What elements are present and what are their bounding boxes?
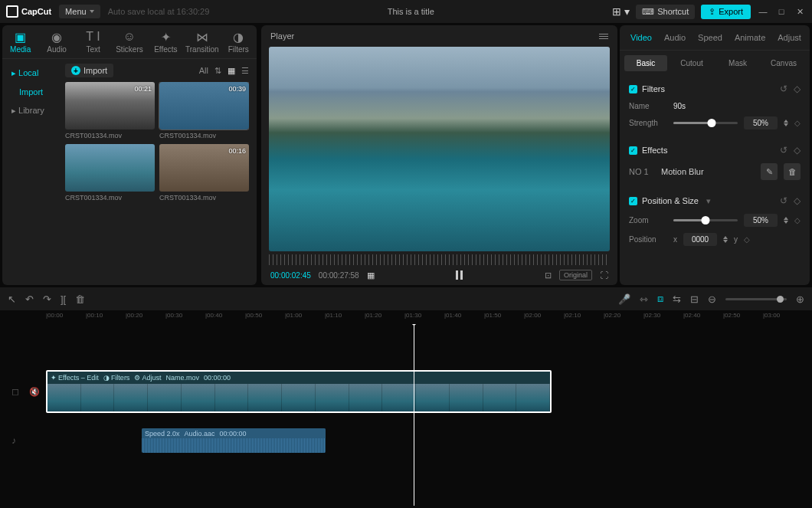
media-clip[interactable]: 00:39CRST001334.mov <box>159 82 249 139</box>
original-toggle[interactable]: Original <box>559 270 592 280</box>
media-clip[interactable]: CRST001334.mov <box>65 144 155 202</box>
keyframe-icon[interactable]: ◇ <box>794 84 801 94</box>
clip-effects-badge[interactable]: ✦ Effects – Edit <box>51 374 99 382</box>
inspector-sub-cutout[interactable]: Cutout <box>670 55 713 71</box>
maximize-button[interactable]: □ <box>775 5 787 18</box>
inspector-tab-video[interactable]: Video <box>624 25 658 50</box>
filter-name-label: Name <box>629 102 667 110</box>
redo-icon[interactable]: ↷ <box>43 293 51 305</box>
clip-filters-badge[interactable]: ◑ Filters <box>103 374 130 382</box>
delete-icon[interactable]: 🗑 <box>75 293 85 305</box>
fullscreen-icon[interactable]: ⛶ <box>600 270 608 280</box>
timeline-ruler[interactable]: |00:00|00:10|00:20|00:30|00:40|00:50|01:… <box>0 310 812 324</box>
reset-icon[interactable]: ↺ <box>780 195 787 206</box>
crop-icon[interactable]: ⊡ <box>545 270 552 280</box>
tool-tab-transition[interactable]: ⋈Transition <box>184 30 220 54</box>
zoom-label: Zoom <box>629 216 667 225</box>
track-mute-icon[interactable]: 🔇 <box>29 387 40 397</box>
video-clip[interactable]: ✦ Effects – Edit ◑ Filters ⚙ Adjust Name… <box>46 370 552 413</box>
player-menu-icon[interactable] <box>599 34 608 39</box>
filters-icon: ◑ <box>233 30 244 44</box>
sort-icon[interactable]: ⇅ <box>214 66 221 76</box>
media-clip[interactable]: 00:21CRST001334.mov <box>65 82 155 139</box>
inspector-sub-mask[interactable]: Mask <box>716 55 759 71</box>
magnet-icon[interactable]: ⧈ <box>657 293 663 305</box>
audio-duration: 00:00:00 <box>220 430 247 438</box>
current-timecode: 00:00:02:45 <box>270 271 311 280</box>
layout-icon[interactable]: ⊞ ▾ <box>612 5 630 18</box>
list-view-icon[interactable]: ☰ <box>241 66 249 76</box>
export-label: Export <box>719 7 743 16</box>
player-ruler[interactable] <box>269 254 610 265</box>
clip-adjust-badge[interactable]: ⚙ Adjust <box>134 374 161 382</box>
keyframe-icon[interactable]: ◇ <box>794 216 801 225</box>
import-button[interactable]: + Import <box>65 64 113 77</box>
tool-tab-stickers[interactable]: ☺Stickers <box>111 30 147 54</box>
delete-effect-button[interactable]: 🗑 <box>784 163 801 180</box>
strength-slider[interactable] <box>673 122 738 124</box>
tool-tab-media[interactable]: ▣Media <box>2 30 38 54</box>
select-tool-icon[interactable]: ↖ <box>8 293 16 305</box>
zoom-slider[interactable] <box>673 219 738 221</box>
zoom-stepper[interactable] <box>784 217 788 224</box>
strength-stepper[interactable] <box>784 120 788 126</box>
zoom-out-icon[interactable]: ⊖ <box>708 293 716 305</box>
track-icon[interactable]: ⊟ <box>690 293 699 305</box>
close-button[interactable]: ✕ <box>794 5 806 18</box>
playhead[interactable] <box>414 324 414 506</box>
timeline-zoom-slider[interactable] <box>725 298 787 300</box>
pause-button[interactable] <box>456 270 463 280</box>
keyframe-icon[interactable]: ◇ <box>794 195 801 206</box>
zoom-value[interactable]: 50% <box>744 214 778 227</box>
inspector-sub-basic[interactable]: Basic <box>624 55 667 71</box>
edit-effect-button[interactable]: ✎ <box>761 163 778 180</box>
undo-icon[interactable]: ↶ <box>25 293 34 305</box>
inspector-sub-canvas[interactable]: Canvas <box>762 55 805 71</box>
mic-icon[interactable]: 🎤 <box>618 293 630 305</box>
inspector-tab-animate[interactable]: Animate <box>729 25 771 50</box>
sidebar-library[interactable]: ▸ Library <box>2 101 65 120</box>
sidebar-import[interactable]: Import <box>2 83 65 101</box>
export-button[interactable]: ⇪ Export <box>701 5 751 19</box>
timeline-tracks[interactable]: ◻ 🔇 ✦ Effects – Edit ◑ Filters ⚙ Adjust … <box>0 324 812 506</box>
sidebar-local[interactable]: ▸ Local <box>2 64 65 83</box>
split-icon[interactable]: ][ <box>61 293 66 305</box>
zoom-in-icon[interactable]: ⊕ <box>796 293 804 305</box>
app-name: CapCut <box>21 7 51 16</box>
tool-tab-audio[interactable]: ◉Audio <box>38 30 74 54</box>
snap-icon[interactable]: ⇆ <box>673 293 681 305</box>
reset-icon[interactable]: ↺ <box>780 145 787 156</box>
media-clip[interactable]: 00:16CRST001334.mov <box>159 144 249 202</box>
player-title: Player <box>270 31 294 41</box>
minimize-button[interactable]: — <box>757 5 769 18</box>
strength-value[interactable]: 50% <box>744 116 778 129</box>
grid-view-icon[interactable]: ▦ <box>228 66 235 76</box>
tool-tab-filters[interactable]: ◑Filters <box>221 30 257 54</box>
link-icon[interactable]: ⇿ <box>640 293 648 305</box>
tool-tab-effects[interactable]: ✦Effects <box>148 30 184 54</box>
menu-button[interactable]: Menu <box>59 5 100 18</box>
track-lock-icon[interactable]: ◻ <box>11 386 19 397</box>
ruler-tick: |02:00 <box>524 312 541 319</box>
audio-clip[interactable]: Speed 2.0x Audio.aac 00:00:00 <box>142 428 326 453</box>
filters-checkbox[interactable]: ✓ <box>629 85 637 93</box>
position-x-stepper[interactable] <box>723 236 728 243</box>
keyframe-icon[interactable]: ◇ <box>794 119 801 127</box>
color-scope-icon[interactable]: ▦ <box>367 270 375 280</box>
shortcut-button[interactable]: ⌨ Shortcut <box>636 5 695 19</box>
inspector-tab-speed[interactable]: Speed <box>692 25 729 50</box>
plus-icon: + <box>71 66 80 75</box>
tool-tab-text[interactable]: T IText <box>75 30 111 54</box>
position-checkbox[interactable]: ✓ <box>629 197 637 205</box>
project-title[interactable]: This is a title <box>217 7 604 16</box>
position-x-value[interactable]: 0000 <box>683 233 717 246</box>
keyframe-icon[interactable]: ◇ <box>794 145 801 156</box>
inspector-tab-audio[interactable]: Audio <box>658 25 692 50</box>
inspector-tab-adjust[interactable]: Adjust <box>771 25 807 50</box>
keyframe-icon[interactable]: ◇ <box>744 235 750 244</box>
reset-icon[interactable]: ↺ <box>780 84 787 94</box>
filter-all[interactable]: All <box>199 66 208 75</box>
effects-checkbox[interactable]: ✓ <box>629 146 637 155</box>
audio-track-icon[interactable]: ♪ <box>11 435 16 446</box>
video-preview[interactable] <box>269 47 610 251</box>
